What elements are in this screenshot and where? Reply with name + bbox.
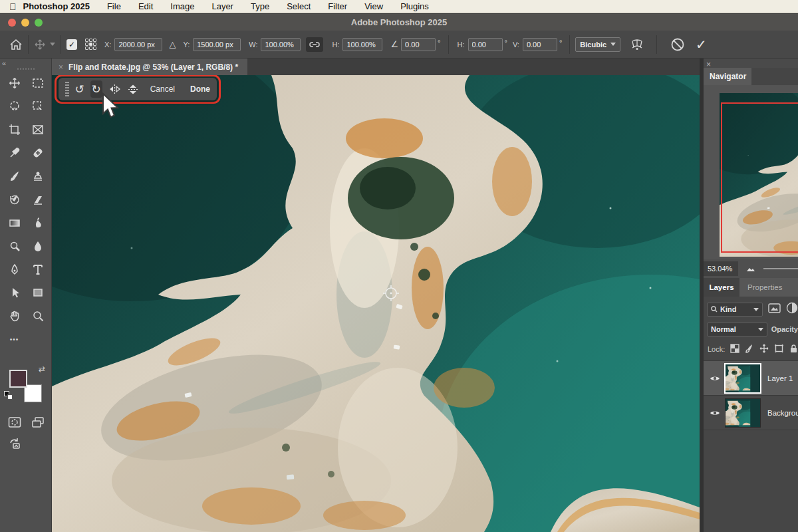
close-tab-icon[interactable]: × — [59, 63, 63, 72]
home-icon[interactable] — [9, 39, 23, 51]
default-colors-icon[interactable] — [4, 391, 13, 400]
cancel-button[interactable]: Cancel — [150, 84, 175, 94]
menu-file[interactable]: File — [107, 1, 121, 11]
lock-artboard-icon[interactable] — [774, 344, 784, 354]
canvas-image[interactable] — [52, 75, 700, 532]
link-dimensions-icon[interactable] — [306, 37, 323, 52]
screen-mode-icon[interactable] — [31, 415, 45, 430]
reference-point-checkbox[interactable]: ✓ — [66, 39, 77, 50]
blend-mode-select[interactable]: Normal — [707, 323, 767, 336]
commit-transform-icon[interactable]: ✓ — [696, 37, 707, 53]
visibility-eye-icon[interactable] — [710, 372, 720, 384]
layer-name[interactable]: Layer 1 — [767, 374, 793, 382]
smudge-tool[interactable] — [31, 215, 45, 230]
interpolation-select[interactable]: Bicubic — [575, 37, 620, 52]
lock-position-icon[interactable] — [759, 344, 769, 354]
y-input[interactable] — [193, 38, 241, 51]
chevron-down-icon — [758, 328, 763, 331]
move-tool[interactable] — [7, 76, 22, 90]
brush-tool[interactable] — [7, 169, 22, 184]
visibility-eye-icon[interactable] — [710, 407, 720, 419]
history-brush-tool[interactable] — [7, 192, 22, 207]
warp-mode-icon[interactable] — [630, 39, 644, 51]
eyedropper-tool[interactable] — [7, 146, 22, 160]
angle-input[interactable] — [401, 38, 436, 51]
delta-icon[interactable]: △ — [169, 39, 176, 49]
h-skew-label: H: — [458, 41, 465, 49]
context-bar-grip[interactable] — [65, 82, 69, 96]
menu-plugins[interactable]: Plugins — [400, 1, 429, 11]
h-skew-input[interactable] — [468, 38, 503, 51]
blur-tool[interactable] — [31, 239, 45, 253]
lock-all-icon[interactable] — [789, 344, 798, 354]
v-skew-input[interactable] — [523, 38, 557, 51]
menu-filter[interactable]: Filter — [328, 1, 347, 11]
clone-stamp-tool[interactable] — [31, 169, 45, 184]
navigator-zoom-value[interactable]: 53.04% — [704, 261, 738, 276]
layer-thumbnail[interactable] — [726, 399, 760, 427]
navigator-thumbnail[interactable] — [720, 93, 798, 257]
frame-tool[interactable] — [31, 122, 45, 137]
apple-logo-icon[interactable]:  — [9, 1, 17, 12]
menu-view[interactable]: View — [364, 1, 383, 11]
foreground-color-swatch[interactable] — [9, 370, 27, 388]
tab-navigator[interactable]: Navigator — [704, 68, 751, 85]
zoom-tool[interactable] — [31, 309, 45, 323]
done-button[interactable]: Done — [190, 84, 210, 94]
crop-tool[interactable] — [7, 122, 22, 137]
navigator-view-box[interactable] — [721, 102, 798, 253]
quick-mask-icon[interactable] — [7, 415, 22, 430]
object-selection-tool[interactable] — [31, 99, 45, 114]
filter-adjustment-layers-icon[interactable] — [786, 302, 798, 317]
menu-edit[interactable]: Edit — [138, 1, 153, 11]
shape-tool[interactable] — [31, 285, 45, 300]
hand-tool[interactable] — [7, 309, 22, 323]
layer-row-layer1[interactable]: Layer 1 — [704, 361, 798, 395]
preset-chevron-icon[interactable] — [50, 43, 55, 46]
dodge-tool[interactable] — [7, 239, 22, 253]
reference-point-locator-icon[interactable] — [85, 39, 96, 50]
navigator-zoom-slider[interactable] — [763, 268, 798, 269]
tab-properties[interactable]: Properties — [739, 278, 782, 297]
swap-colors-icon[interactable]: ⇄ — [39, 364, 45, 374]
collapse-panels-icon[interactable]: « — [2, 59, 6, 67]
eraser-tool[interactable] — [31, 192, 45, 207]
marquee-tool[interactable] — [31, 76, 45, 90]
rotate-cw-icon[interactable]: ↻ — [90, 80, 102, 98]
height-input[interactable] — [342, 38, 382, 51]
pen-tool[interactable] — [7, 262, 22, 277]
lasso-tool[interactable] — [7, 99, 22, 114]
menu-app-name[interactable]: Photoshop 2025 — [23, 1, 90, 11]
tools-panel-grip[interactable] — [17, 68, 35, 70]
menu-type[interactable]: Type — [251, 1, 269, 11]
lock-pixels-icon[interactable] — [745, 344, 754, 354]
healing-brush-tool[interactable] — [31, 146, 45, 160]
rotate-ccw-icon[interactable]: ↺ — [75, 84, 84, 95]
path-select-tool[interactable] — [7, 285, 22, 300]
gradient-tool[interactable] — [7, 215, 22, 230]
zoom-out-mountain-icon[interactable] — [746, 263, 755, 275]
document-tab[interactable]: × Flip and Rotate.jpg @ 53% (Layer 1, RG… — [52, 59, 247, 75]
opacity-label: Opacity — [771, 325, 798, 333]
menu-image[interactable]: Image — [170, 1, 194, 11]
flip-vertical-icon[interactable] — [127, 84, 139, 95]
menu-layer[interactable]: Layer — [211, 1, 233, 11]
lock-transparency-icon[interactable] — [730, 344, 739, 354]
layer-filter-select[interactable]: Kind — [707, 303, 763, 317]
type-tool[interactable] — [31, 262, 45, 277]
x-label: X: — [104, 41, 111, 49]
cancel-transform-icon[interactable] — [670, 37, 685, 52]
layer-name[interactable]: Background — [767, 409, 798, 417]
export-share-icon[interactable] — [7, 436, 22, 451]
tab-layers[interactable]: Layers — [704, 278, 739, 297]
canvas-area[interactable]: ↺ ↻ Cancel Done — [52, 75, 700, 532]
layer-row-background[interactable]: Background — [704, 396, 798, 430]
degree-symbol: ° — [438, 39, 440, 47]
layer-thumbnail[interactable] — [726, 364, 760, 392]
edit-toolbar-icon[interactable]: ••• — [7, 332, 22, 346]
move-tool-preset-icon[interactable] — [34, 39, 46, 51]
x-input[interactable] — [114, 38, 162, 51]
menu-select[interactable]: Select — [287, 1, 311, 11]
filter-pixel-layers-icon[interactable] — [768, 303, 781, 316]
width-input[interactable] — [261, 38, 301, 51]
